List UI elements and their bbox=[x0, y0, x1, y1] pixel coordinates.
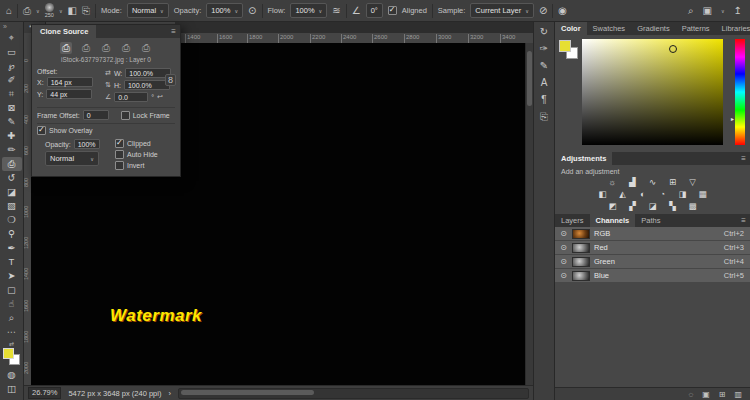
foreground-color-swatch[interactable] bbox=[559, 40, 571, 52]
channel-mixer-icon[interactable]: ◨ bbox=[676, 189, 689, 200]
overlay-opacity-input[interactable]: 100% bbox=[74, 139, 100, 149]
flow-select[interactable]: 100% ∨ bbox=[290, 3, 327, 18]
channel-row[interactable]: ⊙ Green Ctrl+4 bbox=[555, 255, 750, 269]
hue-saturation-icon[interactable]: ◧ bbox=[596, 189, 609, 200]
flip-horizontal-icon[interactable]: ⇄ bbox=[105, 69, 111, 77]
share-icon[interactable]: ↥ bbox=[734, 6, 742, 16]
crop-tool[interactable]: ⌗ bbox=[2, 87, 22, 101]
visibility-eye-icon[interactable]: ⊙ bbox=[559, 229, 568, 238]
brightness-contrast-icon[interactable]: ☼ bbox=[606, 177, 619, 188]
pressure-size-icon[interactable]: ◉ bbox=[558, 6, 567, 16]
collapse-toolbar-icon[interactable]: » bbox=[0, 22, 7, 31]
opacity-select[interactable]: 100% ∨ bbox=[206, 3, 243, 18]
visibility-eye-icon[interactable]: ⊙ bbox=[559, 257, 568, 266]
zoom-tool[interactable]: ⌕ bbox=[2, 311, 22, 325]
new-channel-icon[interactable]: ⊞ bbox=[719, 390, 726, 399]
threshold-icon[interactable]: ◪ bbox=[646, 201, 659, 212]
tab-adjustments[interactable]: Adjustments bbox=[555, 152, 612, 165]
channel-row[interactable]: ⊙ Red Ctrl+3 bbox=[555, 241, 750, 255]
swap-colors-icon[interactable]: ⇄ bbox=[9, 341, 14, 347]
quick-mask-button[interactable]: ◍ bbox=[2, 368, 22, 382]
sample-select[interactable]: Current Layer ∨ bbox=[470, 3, 534, 18]
eraser-tool[interactable]: ◪ bbox=[2, 185, 22, 199]
lasso-tool[interactable]: ℘ bbox=[2, 59, 22, 73]
airbrush-icon[interactable]: ≋ bbox=[332, 6, 340, 16]
history-brush-tool[interactable]: ↺ bbox=[2, 171, 22, 185]
quick-selection-tool[interactable]: ✐ bbox=[2, 73, 22, 87]
gradient-tool[interactable]: ▧ bbox=[2, 199, 22, 213]
aligned-checkbox[interactable] bbox=[388, 6, 397, 15]
brush-settings-toggle-icon[interactable]: ◧ bbox=[68, 6, 77, 16]
curves-icon[interactable]: ∿ bbox=[646, 177, 659, 188]
tab-color[interactable]: Color bbox=[555, 22, 587, 35]
frame-offset-input[interactable]: 0 bbox=[83, 110, 109, 120]
move-tool[interactable]: ⌖ bbox=[2, 31, 22, 45]
chevron-down-icon[interactable]: ∨ bbox=[59, 8, 63, 14]
hand-tool[interactable]: ☝ bbox=[2, 297, 22, 311]
clone-source-slot-button[interactable]: ⎙ bbox=[80, 42, 92, 54]
gradient-map-icon[interactable]: ▩ bbox=[686, 201, 699, 212]
overlay-blend-select[interactable]: Normal ∨ bbox=[45, 151, 99, 166]
canvas-horizontal-scrollbar[interactable] bbox=[178, 388, 529, 399]
tab-libraries[interactable]: Libraries bbox=[716, 22, 750, 35]
flip-vertical-icon[interactable]: ⇅ bbox=[105, 81, 111, 89]
exposure-icon[interactable]: ⊞ bbox=[666, 177, 679, 188]
hue-slider-arrow-icon[interactable]: ▸ bbox=[731, 115, 734, 122]
lock-frame-checkbox[interactable] bbox=[121, 111, 130, 120]
auto-hide-checkbox[interactable] bbox=[115, 150, 124, 159]
blur-tool[interactable]: ❍ bbox=[2, 213, 22, 227]
home-icon[interactable]: ⌂ bbox=[6, 6, 12, 16]
pen-tool[interactable]: ✒ bbox=[2, 241, 22, 255]
tab-patterns[interactable]: Patterns bbox=[676, 22, 716, 35]
brushes-icon[interactable]: ✎ bbox=[540, 61, 548, 71]
posterize-icon[interactable]: ▞ bbox=[626, 201, 639, 212]
visibility-eye-icon[interactable]: ⊙ bbox=[559, 243, 568, 252]
clone-source-slot-button[interactable]: ⎙ bbox=[120, 42, 132, 54]
foreground-color-swatch[interactable] bbox=[3, 348, 14, 359]
hue-slider[interactable] bbox=[735, 39, 745, 145]
saturation-brightness-field[interactable] bbox=[582, 39, 723, 145]
chevron-down-icon[interactable]: ∨ bbox=[36, 8, 40, 14]
invert-icon[interactable]: ◩ bbox=[606, 201, 619, 212]
panel-menu-icon[interactable]: ≡ bbox=[737, 214, 750, 227]
visibility-eye-icon[interactable]: ⊙ bbox=[559, 271, 568, 280]
brush-settings-icon[interactable]: ✑ bbox=[540, 44, 548, 54]
history-icon[interactable]: ↻ bbox=[540, 27, 548, 37]
color-balance-icon[interactable]: ◭ bbox=[616, 189, 629, 200]
type-tool[interactable]: T bbox=[2, 255, 22, 269]
frame-tool[interactable]: ⊠ bbox=[2, 101, 22, 115]
offset-x-input[interactable]: 164 px bbox=[47, 77, 93, 87]
tab-paths[interactable]: Paths bbox=[635, 214, 666, 227]
link-width-height-icon[interactable]: 8 bbox=[165, 74, 176, 86]
panel-menu-icon[interactable]: ≡ bbox=[737, 152, 750, 165]
clone-stamp-tool[interactable]: ⎙ bbox=[2, 157, 22, 171]
edit-toolbar-button[interactable]: ⋯ bbox=[2, 325, 22, 339]
pressure-opacity-icon[interactable]: ⊙ bbox=[248, 6, 256, 16]
clone-source-icon[interactable]: ⎘ bbox=[540, 112, 548, 122]
status-options-chevron-icon[interactable]: › bbox=[168, 389, 171, 398]
path-selection-tool[interactable]: ➤ bbox=[2, 269, 22, 283]
character-icon[interactable]: A bbox=[541, 78, 548, 88]
rectangular-marquee-tool[interactable]: ▭ bbox=[2, 45, 22, 59]
brush-preset-picker[interactable]: 250 bbox=[45, 3, 54, 19]
clone-source-slot-button[interactable]: ⎙ bbox=[100, 42, 112, 54]
channel-row[interactable]: ⊙ Blue Ctrl+5 bbox=[555, 269, 750, 283]
zoom-level-input[interactable]: 26.79% bbox=[28, 387, 61, 399]
paragraph-icon[interactable]: ¶ bbox=[541, 95, 546, 105]
healing-brush-tool[interactable]: ✚ bbox=[2, 129, 22, 143]
clone-source-panel-toggle-icon[interactable]: ⎘ bbox=[82, 6, 90, 16]
eyedropper-tool[interactable]: ✎ bbox=[2, 115, 22, 129]
black-white-icon[interactable]: ◐ bbox=[636, 189, 649, 200]
offset-y-input[interactable]: 44 px bbox=[46, 89, 92, 99]
scrollbar-thumb[interactable] bbox=[527, 51, 532, 106]
photo-filter-icon[interactable]: ◔ bbox=[656, 189, 669, 200]
save-selection-icon[interactable]: ▣ bbox=[702, 390, 710, 399]
tab-channels[interactable]: Channels bbox=[590, 214, 636, 227]
workspace-switcher-icon[interactable]: ▣ bbox=[702, 6, 711, 16]
tab-gradients[interactable]: Gradients bbox=[631, 22, 676, 35]
mode-select[interactable]: Normal ∨ bbox=[127, 3, 169, 18]
load-selection-icon[interactable]: ◌ bbox=[688, 390, 693, 399]
levels-icon[interactable]: ▟ bbox=[626, 177, 639, 188]
height-input[interactable]: 100.0% bbox=[124, 80, 170, 90]
ignore-adjustment-layers-icon[interactable]: ⊘ bbox=[539, 6, 547, 16]
